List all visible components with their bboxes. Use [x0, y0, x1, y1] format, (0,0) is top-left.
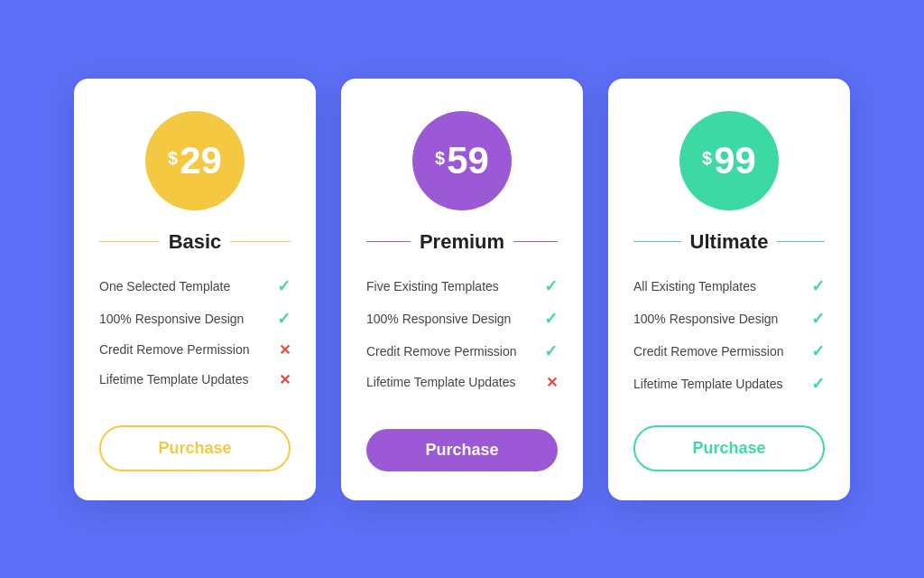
purchase-button-ultimate[interactable]: Purchase — [633, 425, 825, 471]
feature-item-ultimate-3: Lifetime Template Updates✓ — [633, 368, 825, 400]
feature-label-premium-0: Five Existing Templates — [366, 279, 544, 294]
price-text-ultimate: $99 — [702, 142, 756, 180]
feature-label-ultimate-0: All Existing Templates — [633, 279, 811, 294]
feature-label-premium-2: Credit Remove Permission — [366, 344, 544, 359]
price-circle-premium: $59 — [412, 111, 512, 210]
feature-label-basic-0: One Selected Template — [99, 279, 277, 294]
feature-item-ultimate-1: 100% Responsive Design✓ — [633, 303, 825, 335]
feature-label-basic-1: 100% Responsive Design — [99, 312, 277, 326]
feature-icon-ultimate-2: ✓ — [811, 341, 825, 361]
price-text-premium: $59 — [435, 142, 489, 180]
plan-title-premium: Premium — [420, 230, 504, 254]
feature-label-premium-3: Lifetime Template Updates — [366, 375, 546, 389]
feature-item-basic-2: Credit Remove Permission✕ — [99, 335, 291, 365]
pricing-container: $29BasicOne Selected Template✓100% Respo… — [74, 79, 850, 500]
feature-label-premium-1: 100% Responsive Design — [366, 312, 544, 326]
price-circle-basic: $29 — [145, 111, 245, 210]
price-number-ultimate: 99 — [714, 142, 756, 180]
price-symbol-premium: $ — [435, 149, 445, 167]
feature-item-premium-1: 100% Responsive Design✓ — [366, 303, 558, 335]
feature-label-ultimate-2: Credit Remove Permission — [633, 344, 811, 359]
price-number-basic: 29 — [180, 142, 222, 180]
plan-title-basic: Basic — [169, 230, 222, 254]
feature-item-premium-0: Five Existing Templates✓ — [366, 270, 558, 303]
price-symbol-ultimate: $ — [702, 149, 712, 167]
plan-title-ultimate: Ultimate — [690, 230, 769, 254]
price-number-premium: 59 — [447, 142, 489, 180]
divider-left-basic — [99, 241, 160, 243]
feature-item-premium-2: Credit Remove Permission✓ — [366, 335, 558, 368]
feature-label-basic-3: Lifetime Template Updates — [99, 372, 279, 387]
feature-item-premium-3: Lifetime Template Updates✕ — [366, 368, 558, 397]
divider-right-premium — [513, 241, 558, 243]
pricing-card-basic: $29BasicOne Selected Template✓100% Respo… — [74, 79, 316, 500]
pricing-card-ultimate: $99UltimateAll Existing Templates✓100% R… — [608, 79, 850, 500]
feature-item-basic-3: Lifetime Template Updates✕ — [99, 365, 291, 395]
feature-icon-ultimate-1: ✓ — [811, 309, 825, 329]
plan-title-wrap-premium: Premium — [366, 230, 558, 254]
price-circle-ultimate: $99 — [679, 111, 779, 210]
price-symbol-basic: $ — [168, 149, 178, 167]
feature-icon-premium-0: ✓ — [544, 276, 558, 296]
feature-label-ultimate-1: 100% Responsive Design — [633, 312, 811, 326]
purchase-button-basic[interactable]: Purchase — [99, 425, 291, 471]
plan-title-wrap-ultimate: Ultimate — [633, 230, 825, 254]
feature-icon-premium-3: ✕ — [546, 374, 558, 391]
feature-item-basic-0: One Selected Template✓ — [99, 270, 291, 303]
feature-label-ultimate-3: Lifetime Template Updates — [633, 377, 811, 391]
feature-label-basic-2: Credit Remove Permission — [99, 342, 279, 357]
features-list-premium: Five Existing Templates✓100% Responsive … — [366, 270, 558, 397]
divider-left-premium — [366, 241, 411, 243]
divider-right-basic — [230, 241, 291, 243]
plan-title-wrap-basic: Basic — [99, 230, 291, 254]
feature-item-ultimate-0: All Existing Templates✓ — [633, 270, 825, 303]
feature-item-basic-1: 100% Responsive Design✓ — [99, 303, 291, 335]
feature-icon-basic-2: ✕ — [279, 341, 291, 359]
feature-icon-premium-1: ✓ — [544, 309, 558, 329]
feature-icon-basic-1: ✓ — [277, 309, 291, 329]
pricing-card-premium: $59PremiumFive Existing Templates✓100% R… — [341, 79, 583, 500]
feature-icon-ultimate-0: ✓ — [811, 276, 825, 296]
features-list-ultimate: All Existing Templates✓100% Responsive D… — [633, 270, 825, 400]
feature-icon-basic-0: ✓ — [277, 276, 291, 296]
divider-left-ultimate — [633, 241, 681, 243]
purchase-button-premium[interactable]: Purchase — [366, 429, 558, 471]
feature-item-ultimate-2: Credit Remove Permission✓ — [633, 335, 825, 368]
divider-right-ultimate — [777, 241, 825, 243]
feature-icon-ultimate-3: ✓ — [811, 374, 825, 394]
feature-icon-basic-3: ✕ — [279, 371, 291, 388]
features-list-basic: One Selected Template✓100% Responsive De… — [99, 270, 291, 395]
feature-icon-premium-2: ✓ — [544, 341, 558, 361]
price-text-basic: $29 — [168, 142, 222, 180]
